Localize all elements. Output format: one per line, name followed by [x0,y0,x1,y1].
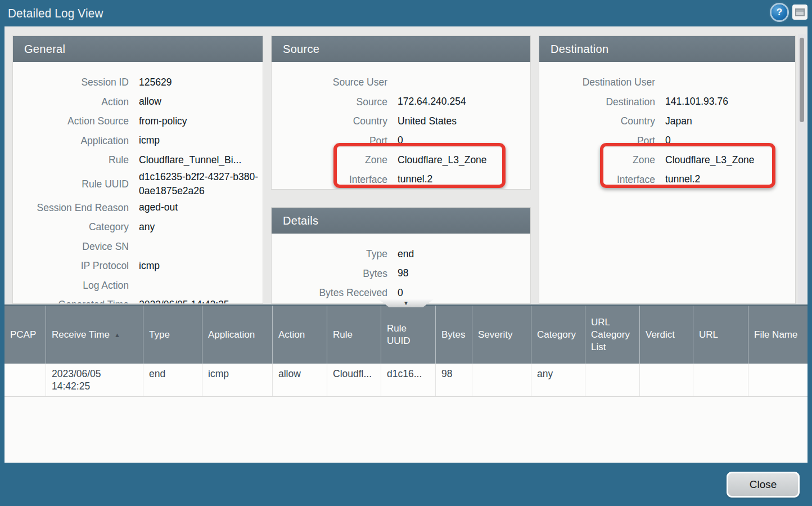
close-button[interactable]: Close [727,472,800,498]
cell-rule: Cloudfl... [327,364,381,396]
field-action: Actionallow [13,92,263,112]
details-panel-header: Details [272,208,530,234]
field-source-zone: ZoneCloudflare_L3_Zone [272,150,530,170]
field-label: Session End Reason [13,201,129,214]
column-header-url[interactable]: URL [693,306,748,364]
column-header-application[interactable]: Application [202,306,273,364]
field-value: Japan [665,114,692,128]
field-value: tunnel.2 [665,172,700,186]
field-label: Session ID [13,75,129,89]
field-generated-time: Generated Time2023/06/05 14:42:25 [13,295,263,304]
field-label: Generated Time [13,298,129,304]
sort-ascending-icon: ▲ [114,329,120,341]
field-destination: Destination141.101.93.76 [539,92,795,112]
field-value: allow [139,95,161,109]
cell-file-name [748,364,808,396]
column-header-receive-time[interactable]: Receive Time▲ [46,306,143,364]
field-label: Action Source [13,114,129,128]
field-label: Country [539,114,655,128]
field-value: United States [398,114,457,128]
field-rule-uuid: Rule UUIDd1c16235-b2f2-4327-b380-0ae1875… [13,170,263,198]
field-application: Applicationicmp [13,131,263,151]
column-header-type[interactable]: Type [143,306,202,364]
field-label: Port [539,134,655,147]
field-label: Source User [272,75,387,89]
dialog-title: Detailed Log View [8,0,103,26]
column-header-rule-uuid[interactable]: Rule UUID [381,306,436,364]
source-panel-header: Source [272,36,530,62]
detailed-log-view-dialog: { "window": { "title": "Detailed Log Vie… [0,0,812,506]
table-row[interactable]: 2023/06/05 14:42:25 end icmp allow Cloud… [4,364,808,397]
field-value: any [139,220,155,234]
cell-pcap [4,364,46,396]
field-value: Cloudflare_Tunnel_Bi... [139,153,241,167]
field-label: Action [13,95,129,109]
window-pane-glyph [795,8,805,16]
cell-type: end [143,364,202,396]
column-header-severity[interactable]: Severity [472,306,531,364]
field-value: 98 [398,266,408,280]
field-action-source: Action Sourcefrom-policy [13,111,263,131]
cell-url-category-list [585,364,640,396]
field-source-user: Source User [272,73,530,92]
field-value: end [398,247,414,261]
cell-action: allow [273,364,327,396]
field-value: d1c16235-b2f2-4327-b380-0ae1875e2a26 [139,170,260,198]
column-header-pcap[interactable]: PCAP [4,306,46,364]
cell-verdict [640,364,693,396]
field-label: Application [13,134,129,147]
field-session-id: Session ID125629 [13,73,263,92]
field-label: IP Protocol [13,259,129,272]
destination-panel-header: Destination [539,36,795,62]
title-bar: Detailed Log View ? [0,0,812,26]
field-source-interface: Interfacetunnel.2 [272,170,530,190]
field-value: Cloudflare_L3_Zone [665,153,755,167]
field-value: 141.101.93.76 [665,95,728,109]
field-destination-user: Destination User [539,73,795,92]
column-header-bytes[interactable]: Bytes [436,306,472,364]
vertical-scrollbar-thumb[interactable] [800,38,804,122]
field-value: Cloudflare_L3_Zone [398,153,487,167]
cell-application: icmp [202,364,273,396]
field-value: 2023/06/05 14:42:25 [139,298,229,304]
field-label: Rule UUID [13,177,129,191]
column-header-action[interactable]: Action [273,306,327,364]
field-label: Log Action [13,279,129,292]
vertical-scrollbar-track[interactable] [798,34,806,304]
cell-receive-time: 2023/06/05 14:42:25 [46,364,143,396]
field-value: 172.64.240.254 [398,95,466,109]
field-label: Zone [272,153,387,167]
column-header-file-name[interactable]: File Name [748,306,808,364]
field-value: 0 [665,133,671,147]
field-log-action: Log Action [13,276,263,295]
field-source-country: CountryUnited States [272,111,530,131]
chevron-down-icon: ▼ [403,301,409,306]
column-header-url-category-list[interactable]: URL Category List [585,306,640,364]
column-header-rule[interactable]: Rule [327,306,381,364]
field-category: Categoryany [13,217,263,237]
field-label: Country [272,114,387,128]
field-session-end-reason: Session End Reasonaged-out [13,198,263,218]
cell-category: any [531,364,585,396]
cell-bytes: 98 [436,364,472,396]
field-rule: RuleCloudflare_Tunnel_Bi... [13,150,263,170]
destination-panel: Destination Destination User Destination… [539,35,796,304]
field-source: Source172.64.240.254 [272,92,530,112]
field-value: aged-out [139,200,178,214]
window-restore-icon[interactable] [792,5,808,20]
field-value: icmp [139,133,160,147]
field-label: Zone [539,153,655,167]
field-label: Interface [539,173,655,186]
field-ip-protocol: IP Protocolicmp [13,256,263,276]
field-value: icmp [139,259,160,273]
help-icon[interactable]: ? [772,5,787,20]
field-destination-zone: ZoneCloudflare_L3_Zone [539,150,795,170]
field-destination-interface: Interfacetunnel.2 [539,170,795,190]
column-header-category[interactable]: Category [531,306,585,364]
cell-url [693,364,748,396]
field-label: Bytes [272,267,387,280]
field-label: Device SN [13,240,129,253]
field-device-sn: Device SN [13,237,263,257]
log-detail-area: General Session ID125629 Actionallow Act… [4,26,808,305]
column-header-verdict[interactable]: Verdict [640,306,693,364]
